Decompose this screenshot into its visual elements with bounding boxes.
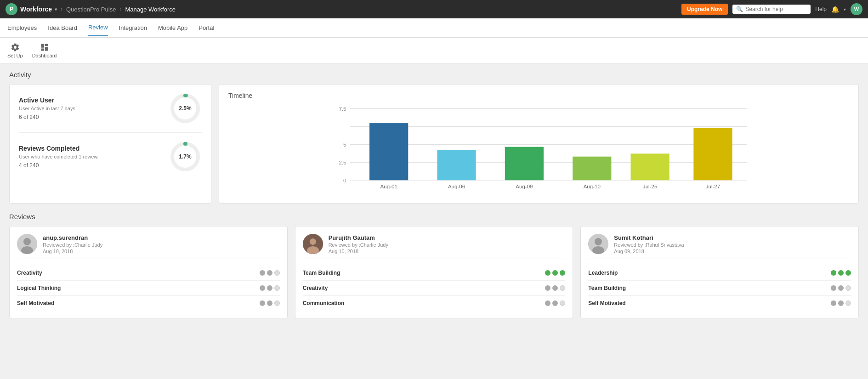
skill-name: Communication <box>303 300 345 306</box>
reviewer-name-1: anup.surendran <box>43 234 102 241</box>
svg-text:Aug-06: Aug-06 <box>448 184 465 189</box>
nav-review[interactable]: Review <box>88 19 108 36</box>
dot <box>831 300 836 306</box>
chart-area: 7.5 5 2.5 0 Aug-01 Aug-06 Aug-09 <box>228 104 849 196</box>
bar-aug01 <box>369 123 408 180</box>
search-icon: 🔍 <box>736 6 743 12</box>
dot <box>552 270 558 276</box>
gear-icon <box>11 43 20 52</box>
skill-dots <box>260 300 280 306</box>
svg-text:Aug-10: Aug-10 <box>584 184 601 189</box>
dot <box>274 300 280 306</box>
reviews-completed-desc: User who have completed 1 review. <box>19 154 99 159</box>
reviewer-name-2: Purujith Gautam <box>329 234 388 241</box>
reviews-completed-title: Reviews Completed <box>19 145 99 152</box>
toolbar-dashboard[interactable]: Dashboard <box>32 43 57 58</box>
nav-idea-board[interactable]: Idea Board <box>48 20 77 36</box>
reviews-completed-row: Reviews Completed User who have complete… <box>19 140 202 173</box>
notification-bell-icon[interactable]: 🔔 <box>831 6 839 13</box>
active-user-desc: User Active in last 7 days <box>19 106 75 111</box>
default-avatar-icon <box>17 234 37 254</box>
dot <box>560 300 565 306</box>
dashboard-label: Dashboard <box>32 53 57 58</box>
svg-text:2.5: 2.5 <box>339 160 346 165</box>
svg-point-20 <box>23 238 31 245</box>
activity-section-title: Activity <box>9 71 859 79</box>
skill-name: Creativity <box>303 285 328 291</box>
nav-mobile-app[interactable]: Mobile App <box>158 20 187 36</box>
reviewer-info-3: Sumit Kothari Reviewed by :Rahul Srivast… <box>614 234 684 254</box>
skill-name: Self Motivated <box>588 300 625 306</box>
reviewer-info-2: Purujith Gautam Reviewed by :Charlie Jud… <box>329 234 388 254</box>
skill-dots <box>831 270 851 276</box>
skill-row: Team Building <box>588 281 851 296</box>
reviewer-name-3: Sumit Kothari <box>614 234 684 241</box>
dot <box>267 300 272 306</box>
active-user-percent: 2.5% <box>179 105 191 112</box>
skill-dots <box>545 285 565 291</box>
review-card-1: anup.surendran Reviewed by :Charlie Judy… <box>9 226 288 318</box>
dot <box>545 285 550 291</box>
user-avatar[interactable]: W <box>851 3 862 15</box>
timeline-chart: 7.5 5 2.5 0 Aug-01 Aug-06 Aug-09 <box>228 104 849 196</box>
skill-dots <box>831 300 851 306</box>
nav-employees[interactable]: Employees <box>7 20 37 36</box>
photo-avatar-icon <box>303 234 323 254</box>
skill-name: Creativity <box>17 270 42 276</box>
dot <box>545 270 550 276</box>
dot <box>560 285 565 291</box>
dot <box>552 300 558 306</box>
svg-text:Jul-27: Jul-27 <box>706 184 720 189</box>
reviewer-header-3: Sumit Kothari Reviewed by :Rahul Srivast… <box>588 234 851 259</box>
skill-row: Team Building <box>303 266 566 281</box>
reviews-section-title: Reviews <box>9 213 859 221</box>
dot <box>260 285 265 291</box>
upgrade-button[interactable]: Upgrade Now <box>681 4 728 15</box>
svg-text:5: 5 <box>343 142 346 147</box>
svg-text:Aug-09: Aug-09 <box>516 184 533 189</box>
top-navigation: P Workforce ▾ › QuestionPro Pulse › Mana… <box>0 0 868 18</box>
skill-row: Logical Thinking <box>17 281 280 296</box>
reviews-completed-donut: 1.7% <box>169 140 202 173</box>
reviewer-by-2: Reviewed by :Charlie Judy <box>329 242 388 248</box>
dot <box>845 285 851 291</box>
active-user-title: Active User <box>19 96 75 104</box>
dot <box>267 270 272 276</box>
breadcrumb-link[interactable]: QuestionPro Pulse <box>66 6 116 13</box>
app-name: Workforce <box>20 6 52 13</box>
reviews-completed-info: Reviews Completed User who have complete… <box>19 145 99 169</box>
svg-text:7.5: 7.5 <box>339 106 346 112</box>
dashboard-icon <box>40 43 49 52</box>
search-input[interactable] <box>745 6 805 12</box>
activity-row: Active User User Active in last 7 days 6… <box>9 84 859 204</box>
reviewer-by-1: Reviewed by :Charlie Judy <box>43 242 102 248</box>
skill-name: Logical Thinking <box>17 285 61 291</box>
skill-row: Leadership <box>588 266 851 281</box>
active-user-info: Active User User Active in last 7 days 6… <box>19 96 75 120</box>
reviewer-info-1: anup.surendran Reviewed by :Charlie Judy… <box>43 234 102 254</box>
reviewer-date-1: Aug 10, 2018 <box>43 249 102 254</box>
logo-area[interactable]: P Workforce ▾ <box>6 3 57 15</box>
reviews-completed-count: 4 of 240 <box>19 162 99 169</box>
dot <box>831 270 836 276</box>
reviewer-date-3: Aug 09, 2018 <box>614 249 684 254</box>
dot <box>260 270 265 276</box>
reviews-completed-percent: 1.7% <box>179 153 191 160</box>
svg-text:0: 0 <box>343 178 346 183</box>
skill-name: Self Motivated <box>17 300 54 306</box>
dropdown-arrow-icon[interactable]: ▾ <box>55 7 57 12</box>
review-card-2: Purujith Gautam Reviewed by :Charlie Jud… <box>295 226 573 318</box>
sub-navigation: Employees Idea Board Review Integration … <box>0 18 868 38</box>
search-box[interactable]: 🔍 <box>732 5 811 14</box>
svg-text:Aug-01: Aug-01 <box>380 184 397 189</box>
bar-aug10 <box>573 157 611 181</box>
skill-dots <box>545 270 565 276</box>
timeline-card: Timeline 7.5 5 2.5 0 Aug <box>219 84 859 204</box>
active-user-donut: 2.5% <box>169 92 202 125</box>
active-user-count: 6 of 240 <box>19 114 75 120</box>
nav-portal[interactable]: Portal <box>199 20 214 36</box>
toolbar-setup[interactable]: Set Up <box>7 43 23 58</box>
nav-integration[interactable]: Integration <box>119 20 147 36</box>
active-user-row: Active User User Active in last 7 days 6… <box>19 92 202 133</box>
dot <box>845 270 851 276</box>
